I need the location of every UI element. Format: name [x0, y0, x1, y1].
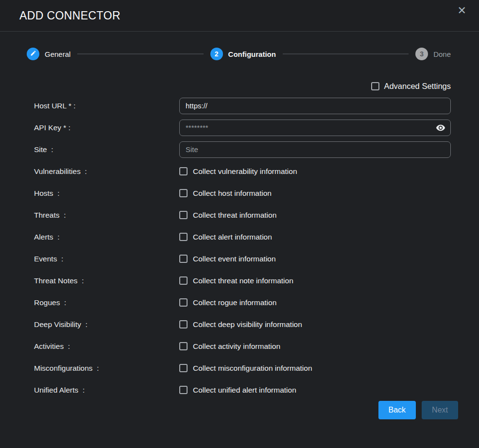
- checkbox-row: Vulnerabilities : Collect vulnerability …: [0, 160, 479, 182]
- step-connector: [77, 53, 203, 54]
- collect-checkbox-label[interactable]: Collect event information: [193, 255, 276, 263]
- step-configuration-indicator: 2: [210, 48, 223, 60]
- collect-checkbox[interactable]: [179, 167, 188, 175]
- field-label: Events :: [34, 255, 179, 263]
- checkbox-rows: Vulnerabilities : Collect vulnerability …: [0, 160, 479, 401]
- close-icon[interactable]: ✕: [458, 4, 466, 17]
- field-label: Activities :: [34, 342, 179, 351]
- modal-header: ADD CONNECTOR ✕: [0, 0, 479, 32]
- site-row: Site :: [0, 138, 479, 160]
- next-button[interactable]: Next: [422, 401, 458, 419]
- collect-checkbox[interactable]: [179, 255, 188, 263]
- field-label: Alerts :: [34, 233, 179, 241]
- api-key-label: API Key * :: [34, 123, 179, 132]
- collect-checkbox[interactable]: [179, 233, 188, 241]
- collect-checkbox[interactable]: [179, 320, 188, 328]
- site-input[interactable]: [179, 141, 451, 158]
- checkbox-row: Rogues : Collect rogue information: [0, 292, 479, 313]
- collect-checkbox-label[interactable]: Collect rogue information: [193, 298, 276, 307]
- step-configuration[interactable]: 2 Configuration: [210, 48, 276, 60]
- collect-checkbox-label[interactable]: Collect threat information: [193, 211, 276, 220]
- api-key-input[interactable]: [179, 120, 451, 136]
- checkbox-row: Alerts : Collect alert information: [0, 226, 479, 248]
- step-general[interactable]: General: [27, 48, 70, 60]
- field-label: Deep Visibility :: [34, 320, 179, 329]
- field-label: Unified Alerts :: [34, 386, 179, 395]
- checkbox-row: Activities : Collect activity informatio…: [0, 335, 479, 357]
- wizard-stepper: General 2 Configuration 3 Done: [27, 48, 451, 60]
- collect-checkbox[interactable]: [179, 298, 188, 307]
- collect-checkbox[interactable]: [179, 386, 188, 394]
- back-button[interactable]: Back: [378, 401, 416, 419]
- checkbox-row: Threat Notes : Collect threat note infor…: [0, 270, 479, 292]
- step-done-indicator: 3: [415, 48, 428, 60]
- checkbox-row: Events : Collect event information: [0, 248, 479, 270]
- collect-checkbox[interactable]: [179, 342, 188, 350]
- collect-checkbox-label[interactable]: Collect deep visibility information: [193, 320, 302, 329]
- field-label: Vulnerabilities :: [34, 167, 179, 176]
- api-key-row: API Key * :: [0, 117, 479, 138]
- step-done-label: Done: [433, 50, 451, 58]
- advanced-settings-row: Advanced Settings: [0, 80, 451, 92]
- footer: Back Next: [0, 401, 458, 419]
- step-general-indicator: [27, 48, 39, 60]
- advanced-settings-label[interactable]: Advanced Settings: [384, 82, 451, 91]
- checkbox-row: Misconfigurations : Collect misconfigura…: [0, 357, 479, 379]
- collect-checkbox[interactable]: [179, 364, 188, 372]
- step-configuration-label: Configuration: [228, 50, 276, 58]
- collect-checkbox-label[interactable]: Collect alert information: [193, 233, 272, 241]
- checkbox-row: Unified Alerts : Collect unified alert i…: [0, 379, 479, 401]
- step-general-label: General: [45, 50, 70, 58]
- host-url-label: Host URL * :: [34, 102, 179, 110]
- checkbox-row: Threats : Collect threat information: [0, 204, 479, 226]
- advanced-settings-checkbox[interactable]: [371, 82, 379, 90]
- site-label: Site :: [34, 145, 179, 154]
- host-url-row: Host URL * :: [0, 95, 479, 117]
- field-label: Hosts :: [34, 189, 179, 198]
- collect-checkbox-label[interactable]: Collect activity information: [193, 342, 280, 351]
- dialog-title: ADD CONNECTOR: [19, 9, 120, 22]
- collect-checkbox-label[interactable]: Collect vulnerability information: [193, 167, 297, 176]
- field-label: Threat Notes :: [34, 276, 179, 285]
- pencil-icon: [30, 50, 36, 58]
- eye-icon[interactable]: [436, 123, 445, 133]
- checkbox-row: Deep Visibility : Collect deep visibilit…: [0, 313, 479, 335]
- collect-checkbox[interactable]: [179, 211, 188, 219]
- field-label: Threats :: [34, 211, 179, 220]
- collect-checkbox-label[interactable]: Collect threat note information: [193, 276, 293, 285]
- collect-checkbox[interactable]: [179, 276, 188, 285]
- step-done[interactable]: 3 Done: [415, 48, 451, 60]
- field-label: Misconfigurations :: [34, 364, 179, 373]
- collect-checkbox[interactable]: [179, 189, 188, 197]
- field-label: Rogues :: [34, 298, 179, 307]
- collect-checkbox-label[interactable]: Collect host information: [193, 189, 272, 198]
- checkbox-row: Hosts : Collect host information: [0, 182, 479, 204]
- step-connector: [283, 53, 409, 54]
- collect-checkbox-label[interactable]: Collect unified alert information: [193, 386, 296, 395]
- collect-checkbox-label[interactable]: Collect misconfiguration information: [193, 364, 312, 373]
- configuration-form: Host URL * : API Key * : Site : Vulnerab…: [0, 95, 479, 401]
- host-url-input[interactable]: [179, 98, 451, 114]
